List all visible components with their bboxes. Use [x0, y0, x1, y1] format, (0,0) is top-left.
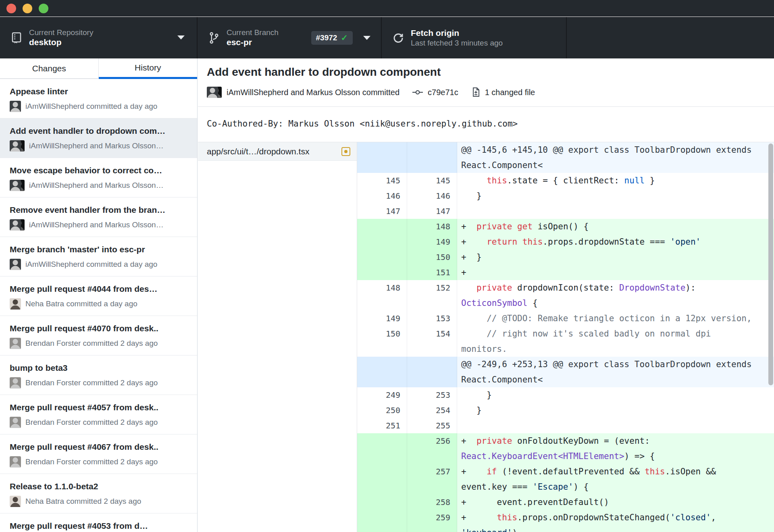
- toolbar: Current Repository desktop Current Branc…: [0, 17, 774, 58]
- old-line-number: [357, 495, 407, 510]
- commit-list-item[interactable]: Release to 1.1.0-beta2Neha Batra committ…: [0, 474, 197, 513]
- avatar: [10, 496, 21, 507]
- commit-item-meta: Brendan Forster committed 2 days ago: [10, 417, 187, 428]
- old-line-number: 150: [357, 326, 407, 357]
- commit-item-meta: iAmWillShepherd committed a day ago: [10, 259, 187, 270]
- old-line-number: [357, 510, 407, 532]
- fetch-origin-button[interactable]: Fetch origin Last fetched 3 minutes ago: [382, 17, 567, 58]
- commit-list-item[interactable]: Merge pull request #4070 from desk..Bren…: [0, 316, 197, 355]
- commit-list-item[interactable]: Merge branch 'master' into esc-priAmWill…: [0, 237, 197, 276]
- commit-list-item[interactable]: Appease linteriAmWillShepherd committed …: [0, 79, 197, 118]
- chevron-down-icon: [177, 35, 185, 39]
- diff-line-code: + if (!event.defaultPrevented && this.is…: [457, 464, 774, 495]
- diff-scrollbar-thumb[interactable]: [768, 143, 773, 385]
- commit-list-item[interactable]: Merge pull request #4044 from des…Neha B…: [0, 276, 197, 316]
- commit-list-item[interactable]: Merge pull request #4053 from d…: [0, 513, 197, 532]
- new-line-number: 255: [407, 418, 457, 433]
- new-line-number: 152: [407, 280, 457, 311]
- avatar: [10, 298, 21, 310]
- avatar: [10, 338, 21, 349]
- old-line-number: [357, 142, 407, 173]
- diff-line: 151+: [357, 265, 774, 280]
- git-commit-icon: [412, 89, 423, 96]
- diff-line-code: + }: [457, 249, 774, 265]
- commit-sha[interactable]: c79e71c: [428, 88, 458, 97]
- diff-line: 256+ private onFoldoutKeyDown = (event: …: [357, 433, 774, 464]
- commit-item-byline: Brendan Forster committed 2 days ago: [25, 339, 158, 348]
- diff-line: 251255: [357, 418, 774, 433]
- fetch-subtitle: Last fetched 3 minutes ago: [411, 38, 503, 48]
- commit-item-byline: iAmWillShepherd committed a day ago: [25, 102, 157, 111]
- diff-content: app/src/ui/t…/dropdown.tsx @@ -145,6 +14…: [198, 142, 774, 532]
- commit-description: Co-Authored-By: Markus Olsson <niik@user…: [198, 107, 774, 142]
- diff-line: 149+ return this.props.dropdownState ===…: [357, 234, 774, 249]
- diff-line-code: + event.preventDefault(): [457, 495, 774, 510]
- old-line-number: 251: [357, 418, 407, 433]
- commit-item-title: bump to beta3: [10, 363, 187, 373]
- diff-line: 148152 private dropdownIcon(state: Dropd…: [357, 280, 774, 311]
- commit-item-title: Add event handler to dropdown com…: [10, 126, 187, 136]
- diff-line-code: [457, 418, 774, 433]
- old-line-number: 250: [357, 403, 407, 418]
- current-branch-button[interactable]: Current Branch esc-pr #3972 ✓: [198, 17, 382, 58]
- diff-line-code: +: [457, 265, 774, 280]
- file-path: app/src/ui/t…/dropdown.tsx: [207, 147, 337, 156]
- diff-line: 257+ if (!event.defaultPrevented && this…: [357, 464, 774, 495]
- commit-item-title: Merge pull request #4053 from d…: [10, 521, 187, 531]
- commit-list-item[interactable]: Move escape behavior to correct co…iAmWi…: [0, 158, 197, 197]
- minimize-button[interactable]: [23, 4, 32, 13]
- diff-line: 146146 }: [357, 188, 774, 204]
- current-repository-button[interactable]: Current Repository desktop: [0, 17, 198, 58]
- commit-list-item[interactable]: bump to beta3Brendan Forster committed 2…: [0, 355, 197, 395]
- old-line-number: 146: [357, 188, 407, 204]
- old-line-number: 145: [357, 173, 407, 188]
- file-list: app/src/ui/t…/dropdown.tsx: [198, 142, 357, 532]
- old-line-number: [357, 357, 407, 387]
- commit-list-item[interactable]: Add event handler to dropdown com…iAmWil…: [0, 118, 197, 158]
- close-button[interactable]: [6, 4, 16, 13]
- zoom-button[interactable]: [39, 4, 48, 13]
- commit-item-meta: iAmWillShepherd and Markus Olsson…: [10, 180, 187, 191]
- avatar: [10, 140, 25, 152]
- old-line-number: [357, 265, 407, 280]
- chevron-down-icon: [363, 36, 370, 40]
- diff-line: @@ -249,6 +253,13 @@ export class Toolba…: [357, 357, 774, 387]
- commit-item-title: Merge branch 'master' into esc-pr: [10, 245, 187, 254]
- diff-line: 150154 // right now it's scaled badly on…: [357, 326, 774, 357]
- avatar: [10, 219, 21, 231]
- commit-item-title: Merge pull request #4070 from desk..: [10, 324, 187, 333]
- file-row[interactable]: app/src/ui/t…/dropdown.tsx: [198, 142, 357, 161]
- new-line-number: 145: [407, 173, 457, 188]
- diff-line: 250254 }: [357, 403, 774, 418]
- new-line-number: 259: [407, 510, 457, 532]
- new-line-number: 253: [407, 387, 457, 403]
- sync-icon: [392, 32, 404, 44]
- diff-line: 145145 this.state = { clientRect: null }: [357, 173, 774, 188]
- commit-list-item[interactable]: Merge pull request #4057 from desk..Bren…: [0, 395, 197, 434]
- diff-view: @@ -145,6 +145,10 @@ export class Toolba…: [357, 142, 774, 532]
- avatar: [10, 377, 21, 389]
- tab-changes[interactable]: Changes: [0, 58, 99, 79]
- commit-item-byline: iAmWillShepherd and Markus Olsson…: [29, 141, 164, 150]
- fetch-title: Fetch origin: [411, 28, 503, 38]
- main-panel: Add event handler to dropdown component …: [198, 58, 774, 532]
- new-line-number: 153: [407, 311, 457, 326]
- new-line-number: [407, 142, 457, 173]
- new-line-number: 147: [407, 204, 457, 219]
- diff-line-code: [457, 204, 774, 219]
- commit-list-item[interactable]: Merge pull request #4067 from desk..Bren…: [0, 434, 197, 474]
- diff-line: 149153 // @TODO: Remake triangle octicon…: [357, 311, 774, 326]
- repo-icon: [10, 32, 23, 44]
- old-line-number: 148: [357, 280, 407, 311]
- commit-list-item[interactable]: Remove event handler from the bran…iAmWi…: [0, 197, 197, 237]
- pr-status-badge[interactable]: #3972 ✓: [311, 31, 353, 45]
- new-line-number: 146: [407, 188, 457, 204]
- avatar: [10, 417, 21, 428]
- diff-line-code: // right now it's scaled badly on normal…: [457, 326, 774, 357]
- tab-history[interactable]: History: [99, 58, 198, 79]
- new-line-number: [407, 357, 457, 387]
- commit-title: Add event handler to dropdown component: [207, 66, 774, 79]
- commit-item-meta: Brendan Forster committed 2 days ago: [10, 338, 187, 349]
- diff-line: 148+ private get isOpen() {: [357, 219, 774, 234]
- new-line-number: 149: [407, 234, 457, 249]
